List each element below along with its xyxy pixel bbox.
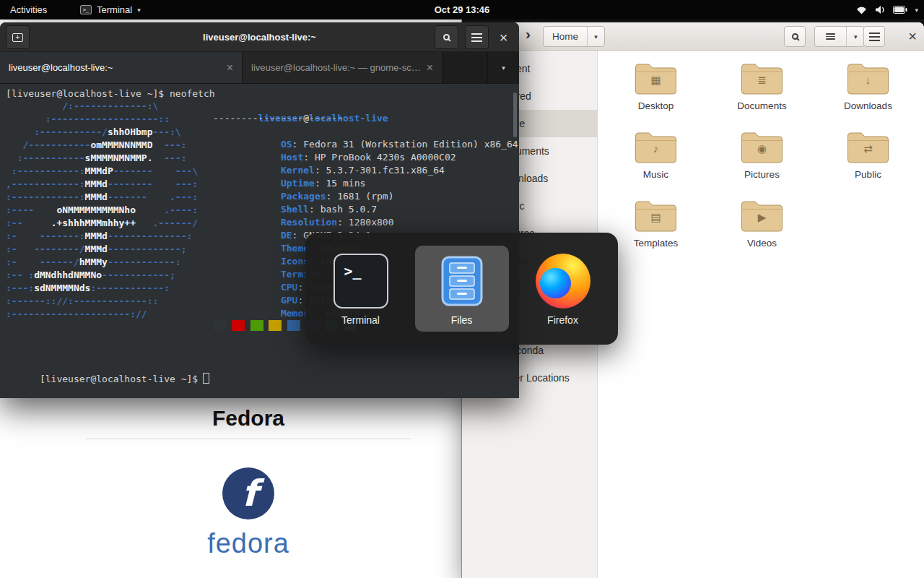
search-icon [792,33,798,40]
palette-swatch [232,320,245,331]
folder-emblem-icon: ▤ [635,211,678,224]
volume-icon [875,5,886,14]
palette-swatch [269,320,282,331]
folder-label: Downloads [844,100,892,111]
folder-icon: ▶ [741,199,784,233]
folder-item[interactable]: ↓ Downloads [821,62,915,131]
hamburger-icon [471,37,482,38]
search-icon [443,34,450,40]
folder-item[interactable]: ▤ Templates [609,199,703,268]
app-switcher-tile[interactable]: >_ Terminal [314,246,408,332]
new-tab-button[interactable]: + [6,25,30,49]
folder-label: Music [643,169,668,180]
close-button[interactable]: × [908,28,917,45]
divider [86,439,411,439]
view-toggle-button[interactable]: ▾ [814,26,865,47]
files-headerbar: › Home ▾ ▾ × [462,22,924,51]
battery-icon [893,6,907,14]
chevron-down-icon: ▾ [594,33,598,40]
tab-label: liveuser@localhost-live:~ — gnome-sc… [251,62,421,73]
chevron-down-icon: ▾ [915,7,918,14]
folder-label: Documents [737,100,786,111]
folder-item[interactable]: ▦ Desktop [609,62,703,131]
terminal-tab[interactable]: liveuser@localhost-live:~ × [0,52,243,83]
tab-close-icon[interactable]: × [427,61,433,74]
app-switcher-popup: >_ Terminal [305,233,618,345]
view-options-caret[interactable]: ▾ [846,27,864,46]
terminal-icon: >_ [334,254,388,309]
app-menu-label: Terminal [97,4,132,15]
terminal-app-icon: >_ [80,5,92,14]
hamburger-icon [869,36,880,38]
folder-label: Pictures [744,169,780,180]
close-button[interactable]: × [492,25,515,49]
folder-item[interactable]: ♪ Music [609,131,703,199]
clock-button[interactable]: Oct 29 13:46 [435,0,490,20]
app-switcher-label: Files [451,314,473,326]
chevron-down-icon: ▾ [137,7,141,14]
folder-icon: ↓ [847,62,890,95]
tab-overflow-button[interactable]: ▾ [487,52,519,83]
terminal-cursor [203,373,209,384]
search-button[interactable] [435,25,458,49]
palette-swatch [250,320,263,331]
folder-emblem-icon: ◉ [741,142,784,155]
list-view-icon [815,27,846,46]
search-button[interactable] [784,26,806,47]
folder-emblem-icon: ▦ [635,74,678,87]
firefox-icon [536,254,590,309]
folder-icon: ▤ [635,199,678,233]
page-title: Fedora [35,406,462,431]
files-icon [434,253,490,309]
app-switcher-label: Firefox [547,314,578,326]
shell-prompt-line: [liveuser@localhost-live ~]$ [6,360,209,399]
tab-bar-spacer [443,52,487,83]
folder-item[interactable]: ⇄ Public [821,131,915,199]
shell-prompt-line: [liveuser@localhost-live ~]$ neofetch [6,87,215,100]
folder-emblem-icon: ⇄ [847,142,890,155]
app-switcher-label: Terminal [341,314,380,326]
path-dropdown-caret[interactable]: ▾ [587,27,604,46]
neofetch-ascii-logo: /:-------------:\ :-------------------::… [6,100,198,321]
path-bar-button[interactable]: Home ▾ [543,26,605,47]
menu-button[interactable] [465,25,489,49]
folder-emblem-icon: ≣ [741,74,784,87]
folder-icon: ◉ [741,131,784,164]
fedora-wordmark: fedora [35,528,462,559]
folder-item[interactable]: ▶ Videos [715,199,809,268]
tab-bar: liveuser@localhost-live:~ × liveuser@loc… [0,52,519,84]
app-switcher-tile[interactable]: >_ Files [415,246,509,332]
folder-icon: ♪ [635,131,678,164]
folder-icon: ≣ [741,62,784,95]
menu-button[interactable] [863,26,885,47]
folder-icon: ⇄ [847,131,890,164]
folder-item[interactable]: ≣ Documents [715,62,809,131]
close-icon: × [500,30,508,45]
fedora-logo: f [221,466,276,524]
gnome-top-bar: Activities >_ Terminal ▾ Oct 29 13:46 ▾ [0,0,924,20]
forward-button[interactable]: › [526,25,531,43]
folder-label: Public [855,169,881,180]
files-grid: ▦ Desktop ≣ Documents [598,51,924,578]
current-location-label: Home [544,31,587,42]
system-status-area[interactable]: ▾ [855,0,918,20]
palette-swatch [213,320,226,331]
folder-label: Videos [747,238,777,249]
folder-icon: ▦ [635,62,678,95]
tab-close-icon[interactable]: × [227,61,233,74]
app-menu-button[interactable]: >_ Terminal ▾ [74,0,147,20]
folder-item[interactable]: ◉ Pictures [715,131,809,199]
palette-swatch [287,320,300,331]
chevron-down-icon: ▾ [854,33,858,40]
folder-emblem-icon: ↓ [847,74,890,86]
folder-emblem-icon: ▶ [741,211,784,224]
activities-button[interactable]: Activities [0,0,57,20]
app-switcher-tile[interactable]: >_ Firefox [516,246,610,332]
terminal-headerbar[interactable]: liveuser@localhost-live:~ + × [0,22,519,52]
scrollbar-thumb[interactable] [513,92,517,137]
neofetch-info-line: OS: Fedora 31 (Workstation Edition) x86_… [213,125,518,138]
folder-label: Templates [634,238,679,249]
terminal-tab[interactable]: liveuser@localhost-live:~ — gnome-sc… × [243,52,443,83]
wifi-icon [855,5,868,14]
tab-label: liveuser@localhost-live:~ [9,62,113,73]
